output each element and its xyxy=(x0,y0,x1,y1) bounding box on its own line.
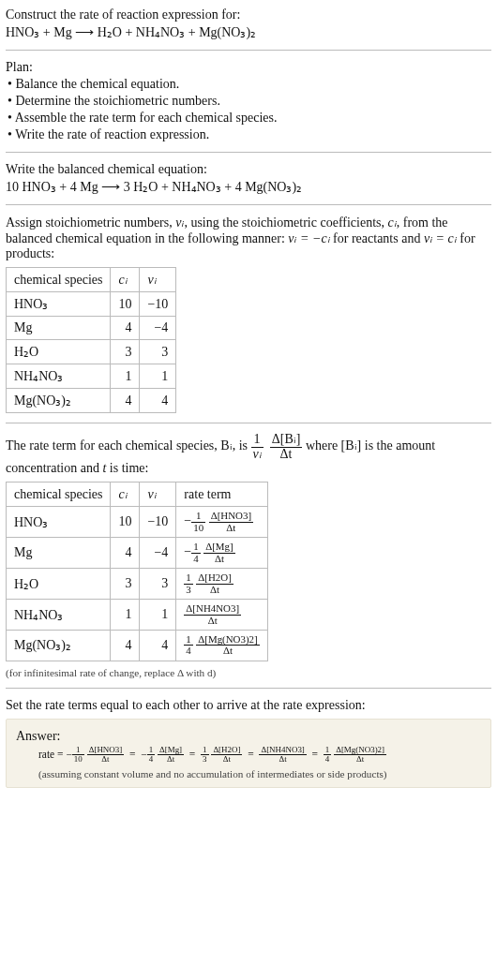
cell-species: Mg(NO₃)₂ xyxy=(7,389,111,413)
cell-ci: 4 xyxy=(111,631,140,661)
frac-den: 10 xyxy=(72,754,84,764)
divider xyxy=(6,204,491,205)
frac-den: 4 xyxy=(147,754,155,764)
table-header-row: chemical species cᵢ νᵢ xyxy=(7,268,176,292)
table-row: Mg(NO₃)₂ 4 4 14 Δ[Mg(NO3)2]Δt xyxy=(7,631,268,661)
cell-ci: 4 xyxy=(111,389,140,413)
table-row: Mg 4 −4 −14 Δ[Mg]Δt xyxy=(7,538,268,569)
cell-species: H₂O xyxy=(7,340,111,364)
answer-rate-expr: rate = −110 Δ[HNO3]Δt = −14 Δ[Mg]Δt = 13… xyxy=(38,746,481,765)
col-species: chemical species xyxy=(7,268,111,292)
delta-frac: Δ[H2O]Δt xyxy=(196,572,233,595)
col-species: chemical species xyxy=(7,483,111,507)
frac-den: Δt xyxy=(259,754,306,764)
divider xyxy=(6,152,491,153)
frac-num: Δ[NH4NO3] xyxy=(184,603,241,614)
nui-header: νᵢ xyxy=(147,487,156,501)
table-row: HNO₃ 10 −10 −110 Δ[HNO3]Δt xyxy=(7,507,268,538)
stoich-table: chemical species cᵢ νᵢ HNO₃10−10 Mg4−4 H… xyxy=(6,267,176,413)
cell-nui: 1 xyxy=(140,364,176,389)
prompt-equation: HNO₃ + Mg ⟶ H₂O + NH₄NO₃ + Mg(NO₃)₂ xyxy=(6,24,491,40)
frac-den: Δt xyxy=(196,584,233,595)
plan-item-4: • Write the rate of reaction expression. xyxy=(8,127,491,142)
divider xyxy=(6,50,491,51)
cell-species: NH₄NO₃ xyxy=(7,364,111,389)
delta-frac: Δ[HNO3]Δt xyxy=(209,511,253,533)
rate-term-text: The rate term for each chemical species,… xyxy=(6,438,251,453)
cell-species: Mg xyxy=(7,317,111,340)
table-row: Mg(NO₃)₂44 xyxy=(7,389,176,413)
frac-num: 1 xyxy=(184,634,192,645)
frac-den: Δt xyxy=(158,754,184,764)
rate-term-text: is time: xyxy=(106,461,148,475)
frac-den: Δt xyxy=(87,754,125,764)
neg-sign: − xyxy=(184,544,191,558)
delta-frac: Δ[NH4NO3]Δt xyxy=(184,603,241,626)
table-row: NH₄NO₃11 xyxy=(7,364,176,389)
stoich-intro-text: Assign stoichiometric numbers, xyxy=(6,215,175,230)
frac-num: Δ[Bᵢ] xyxy=(270,433,303,447)
stoich-intro-text: , using the stoichiometric coefficients, xyxy=(184,215,387,230)
frac-num: Δ[Mg] xyxy=(203,542,234,552)
balanced-heading: Write the balanced chemical equation: xyxy=(6,162,491,177)
prompt-line1: Construct the rate of reaction expressio… xyxy=(6,7,491,22)
frac-den: 4 xyxy=(191,553,200,564)
divider xyxy=(6,423,491,423)
nui-header: νᵢ xyxy=(147,273,156,287)
delta-frac: Δ[Mg(NO3)2]Δt xyxy=(196,634,259,657)
cell-rate-term: Δ[NH4NO3]Δt xyxy=(176,600,267,631)
cell-ci: 1 xyxy=(111,600,140,631)
cell-species: NH₄NO₃ xyxy=(7,600,111,631)
frac-num: 1 xyxy=(251,433,264,447)
rate-label: rate = xyxy=(38,748,66,759)
one-over-nu: 1νᵢ xyxy=(251,433,264,461)
divider xyxy=(6,688,491,689)
cell-nui: −10 xyxy=(140,292,176,317)
cell-rate-term: 13 Δ[H2O]Δt xyxy=(176,569,267,600)
frac-num: Δ[H2O] xyxy=(211,746,242,754)
frac-num: Δ[H2O] xyxy=(196,572,233,583)
frac-den: Δt xyxy=(211,754,242,764)
cell-ci: 3 xyxy=(111,569,140,600)
cell-species: HNO₃ xyxy=(7,507,111,538)
col-ci: cᵢ xyxy=(111,268,140,292)
delta-frac: Δ[Mg]Δt xyxy=(158,746,184,765)
frac-num: Δ[Mg] xyxy=(158,746,184,754)
frac-num: 1 xyxy=(184,572,192,583)
table-row: HNO₃10−10 xyxy=(7,292,176,317)
dbi-dt: Δ[Bᵢ]Δt xyxy=(270,433,303,461)
frac-den: Δt xyxy=(334,754,386,764)
cell-nui: 3 xyxy=(140,569,176,600)
ci-header: cᵢ xyxy=(118,273,127,287)
plan-item-3: • Assemble the rate term for each chemic… xyxy=(8,111,491,126)
cell-nui: 4 xyxy=(140,631,176,661)
frac-num: Δ[Mg(NO3)2] xyxy=(196,634,259,645)
frac-num: 1 xyxy=(201,746,208,754)
coef-frac: 14 xyxy=(184,634,192,657)
c-i-symbol: cᵢ xyxy=(388,215,397,230)
cell-rate-term: 14 Δ[Mg(NO3)2]Δt xyxy=(176,631,267,661)
frac-num: Δ[HNO3] xyxy=(209,511,253,521)
neg-sign: − xyxy=(184,514,191,528)
frac-den: Δt xyxy=(196,645,259,656)
plan-item-2: • Determine the stoichiometric numbers. xyxy=(8,94,491,109)
frac-num: 1 xyxy=(324,746,331,754)
frac-den: Δt xyxy=(270,447,303,462)
frac-num: 1 xyxy=(72,746,84,754)
coef-frac: 13 xyxy=(201,746,208,765)
relation-reactants: νᵢ = −cᵢ xyxy=(288,231,329,245)
delta-frac: Δ[Mg(NO3)2]Δt xyxy=(334,746,386,765)
cell-nui: 4 xyxy=(140,389,176,413)
frac-den: Δt xyxy=(209,522,253,533)
frac-num: 1 xyxy=(191,542,200,552)
cell-rate-term: −14 Δ[Mg]Δt xyxy=(176,538,267,569)
cell-nui: 3 xyxy=(140,340,176,364)
coef-frac: 110 xyxy=(72,746,84,765)
coef-frac: 14 xyxy=(191,542,200,564)
balanced-equation: 10 HNO₃ + 4 Mg ⟶ 3 H₂O + NH₄NO₃ + 4 Mg(N… xyxy=(6,179,491,195)
cell-ci: 4 xyxy=(111,538,140,569)
cell-ci: 10 xyxy=(111,292,140,317)
rate-term-intro: The rate term for each chemical species,… xyxy=(6,433,491,476)
cell-ci: 10 xyxy=(111,507,140,538)
frac-num: Δ[NH4NO3] xyxy=(259,746,306,754)
